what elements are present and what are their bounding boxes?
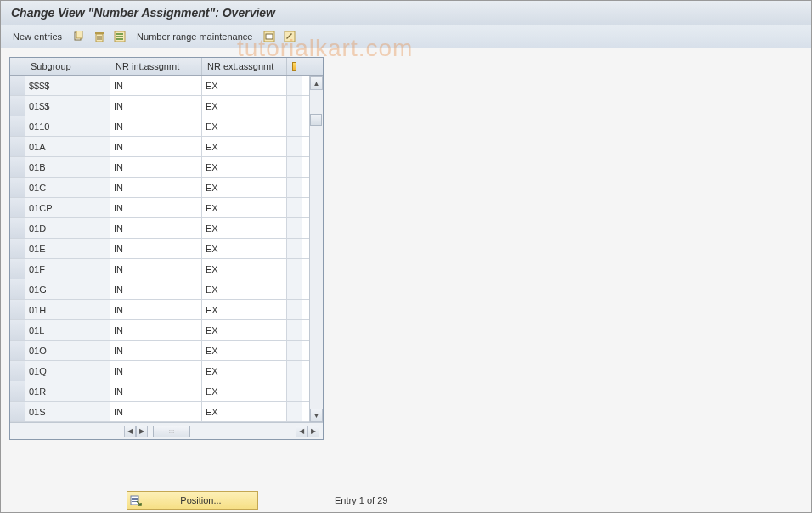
cell-subgroup[interactable]: 01B bbox=[25, 157, 110, 177]
cell-int-assgnmt[interactable]: IN bbox=[110, 341, 202, 360]
cell-subgroup[interactable]: 0110 bbox=[25, 116, 110, 136]
cell-ext-assgnmt[interactable]: EX bbox=[202, 259, 287, 279]
cell-int-assgnmt[interactable]: IN bbox=[110, 361, 202, 381]
cell-subgroup[interactable]: 01C bbox=[25, 178, 110, 197]
table-row: 01RINEX bbox=[10, 381, 323, 402]
cell-int-assgnmt[interactable]: IN bbox=[110, 137, 202, 156]
scroll-track[interactable] bbox=[310, 90, 323, 409]
cell-ext-assgnmt[interactable]: EX bbox=[202, 116, 287, 136]
cell-int-assgnmt[interactable]: IN bbox=[110, 279, 202, 299]
cell-ext-assgnmt[interactable]: EX bbox=[202, 137, 287, 156]
row-selector[interactable] bbox=[10, 402, 25, 421]
row-selector[interactable] bbox=[10, 341, 25, 360]
cell-subgroup[interactable]: 01L bbox=[25, 320, 110, 340]
cell-ext-assgnmt[interactable]: EX bbox=[202, 320, 287, 340]
scroll-up-button[interactable]: ▲ bbox=[310, 76, 323, 90]
footer-bar: Position... Entry 1 of 29 bbox=[9, 491, 803, 510]
cell-pad bbox=[287, 157, 302, 177]
position-button[interactable]: Position... bbox=[127, 491, 258, 510]
cell-subgroup[interactable]: 01H bbox=[25, 300, 110, 319]
cell-ext-assgnmt[interactable]: EX bbox=[202, 76, 287, 95]
cell-ext-assgnmt[interactable]: EX bbox=[202, 239, 287, 258]
cell-ext-assgnmt[interactable]: EX bbox=[202, 381, 287, 401]
row-selector[interactable] bbox=[10, 218, 25, 238]
cell-ext-assgnmt[interactable]: EX bbox=[202, 96, 287, 116]
scroll-thumb[interactable] bbox=[310, 114, 322, 126]
cell-int-assgnmt[interactable]: IN bbox=[110, 300, 202, 319]
cell-pad bbox=[287, 198, 302, 217]
cell-int-assgnmt[interactable]: IN bbox=[110, 259, 202, 279]
row-selector[interactable] bbox=[10, 137, 25, 156]
row-selector[interactable] bbox=[10, 361, 25, 381]
cell-ext-assgnmt[interactable]: EX bbox=[202, 279, 287, 299]
table-footer: ◀ ▶ ::: ◀ ▶ bbox=[10, 422, 323, 439]
copy-icon[interactable] bbox=[72, 30, 86, 43]
cell-int-assgnmt[interactable]: IN bbox=[110, 76, 202, 95]
cell-subgroup[interactable]: 01E bbox=[25, 239, 110, 258]
row-selector[interactable] bbox=[10, 320, 25, 340]
cell-pad bbox=[287, 137, 302, 156]
cell-subgroup[interactable]: 01O bbox=[25, 341, 110, 360]
cell-int-assgnmt[interactable]: IN bbox=[110, 218, 202, 238]
cell-int-assgnmt[interactable]: IN bbox=[110, 157, 202, 177]
delete-icon[interactable] bbox=[93, 30, 106, 43]
cell-subgroup[interactable]: 01D bbox=[25, 218, 110, 238]
cell-subgroup[interactable]: 01Q bbox=[25, 361, 110, 381]
table-row: $$$$INEX bbox=[10, 76, 323, 96]
row-selector[interactable] bbox=[10, 279, 25, 299]
hscroll-right2-button[interactable]: ▶ bbox=[307, 426, 319, 437]
cell-subgroup[interactable]: 01S bbox=[25, 402, 110, 421]
row-selector[interactable] bbox=[10, 96, 25, 116]
header-ext-assgnmt[interactable]: NR ext.assgnmt bbox=[202, 58, 287, 75]
cell-subgroup[interactable]: 01R bbox=[25, 381, 110, 401]
row-selector[interactable] bbox=[10, 116, 25, 136]
cell-ext-assgnmt[interactable]: EX bbox=[202, 402, 287, 421]
select-block-icon[interactable] bbox=[113, 30, 127, 43]
display-icon[interactable] bbox=[262, 30, 276, 43]
cell-int-assgnmt[interactable]: IN bbox=[110, 96, 202, 116]
scroll-down-button[interactable]: ▼ bbox=[310, 409, 323, 422]
cell-pad bbox=[287, 259, 302, 279]
row-selector[interactable] bbox=[10, 157, 25, 177]
table-row: 01AINEX bbox=[10, 137, 323, 157]
change-icon[interactable] bbox=[283, 30, 296, 43]
content-area: Subgroup NR int.assgnmt NR ext.assgnmt $… bbox=[1, 48, 811, 513]
cell-ext-assgnmt[interactable]: EX bbox=[202, 341, 287, 360]
cell-subgroup[interactable]: 01$$ bbox=[25, 96, 110, 116]
cell-int-assgnmt[interactable]: IN bbox=[110, 239, 202, 258]
cell-int-assgnmt[interactable]: IN bbox=[110, 381, 202, 401]
hscroll-left2-button[interactable]: ◀ bbox=[296, 426, 307, 437]
row-selector[interactable] bbox=[10, 300, 25, 319]
hscroll-thumb[interactable]: ::: bbox=[153, 426, 190, 437]
column-config-button[interactable] bbox=[287, 58, 302, 75]
row-selector[interactable] bbox=[10, 239, 25, 258]
cell-ext-assgnmt[interactable]: EX bbox=[202, 198, 287, 217]
cell-int-assgnmt[interactable]: IN bbox=[110, 320, 202, 340]
cell-ext-assgnmt[interactable]: EX bbox=[202, 300, 287, 319]
cell-ext-assgnmt[interactable]: EX bbox=[202, 157, 287, 177]
hscroll-left-button[interactable]: ◀ bbox=[124, 426, 136, 437]
cell-int-assgnmt[interactable]: IN bbox=[110, 198, 202, 217]
cell-int-assgnmt[interactable]: IN bbox=[110, 116, 202, 136]
cell-ext-assgnmt[interactable]: EX bbox=[202, 178, 287, 197]
cell-int-assgnmt[interactable]: IN bbox=[110, 178, 202, 197]
cell-pad bbox=[287, 218, 302, 238]
cell-ext-assgnmt[interactable]: EX bbox=[202, 218, 287, 238]
cell-subgroup[interactable]: 01CP bbox=[25, 198, 110, 217]
cell-subgroup[interactable]: $$$$ bbox=[25, 76, 110, 95]
cell-subgroup[interactable]: 01F bbox=[25, 259, 110, 279]
new-entries-button[interactable]: New entries bbox=[9, 31, 65, 42]
row-selector[interactable] bbox=[10, 76, 25, 95]
row-selector[interactable] bbox=[10, 178, 25, 197]
header-int-assgnmt[interactable]: NR int.assgnmt bbox=[110, 58, 202, 75]
row-selector[interactable] bbox=[10, 198, 25, 217]
cell-ext-assgnmt[interactable]: EX bbox=[202, 361, 287, 381]
header-select-all[interactable] bbox=[10, 58, 25, 75]
hscroll-right-button[interactable]: ▶ bbox=[136, 426, 148, 437]
cell-subgroup[interactable]: 01A bbox=[25, 137, 110, 156]
row-selector[interactable] bbox=[10, 381, 25, 401]
cell-subgroup[interactable]: 01G bbox=[25, 279, 110, 299]
cell-int-assgnmt[interactable]: IN bbox=[110, 402, 202, 421]
row-selector[interactable] bbox=[10, 259, 25, 279]
header-subgroup[interactable]: Subgroup bbox=[25, 58, 110, 75]
